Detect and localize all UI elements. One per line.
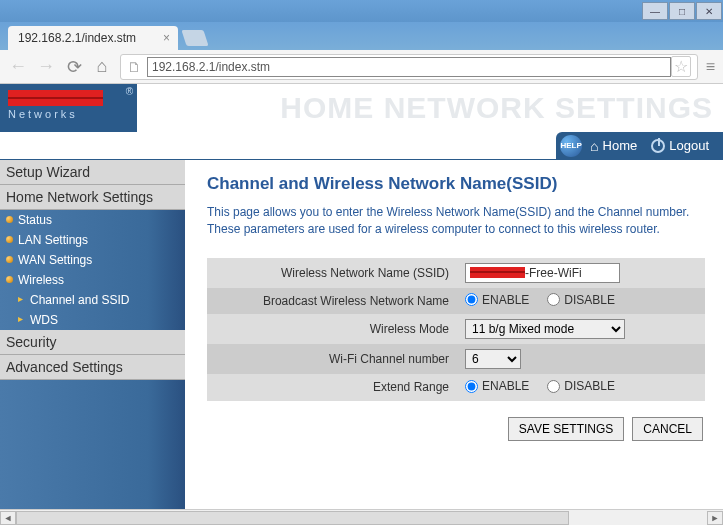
window-close-button[interactable]: ✕	[696, 2, 722, 20]
browser-menu-icon[interactable]: ≡	[706, 58, 715, 76]
broadcast-enable-radio[interactable]	[465, 293, 478, 306]
window-maximize-button[interactable]: □	[669, 2, 695, 20]
trademark-symbol: ®	[126, 86, 133, 97]
page-banner: ® Networks HOME NETWORK SETTINGS	[0, 84, 723, 132]
ssid-input[interactable]	[465, 263, 620, 283]
wireless-mode-select[interactable]: 11 b/g Mixed mode	[465, 319, 625, 339]
banner-title: HOME NETWORK SETTINGS	[137, 84, 723, 132]
page-description: This page allows you to enter the Wirele…	[207, 204, 705, 238]
broadcast-enable-option[interactable]: ENABLE	[465, 293, 529, 307]
sidebar-home-network[interactable]: Home Network Settings	[0, 185, 185, 210]
extend-enable-radio[interactable]	[465, 380, 478, 393]
sidebar-item-wireless[interactable]: Wireless	[0, 270, 185, 290]
sidebar-sub-wds[interactable]: WDS	[0, 310, 185, 330]
extend-disable-option[interactable]: DISABLE	[547, 379, 615, 393]
broadcast-disable-option[interactable]: DISABLE	[547, 293, 615, 307]
label-extend: Extend Range	[207, 374, 457, 401]
scroll-left-arrow[interactable]: ◄	[0, 511, 16, 525]
browser-toolbar: ← → ⟳ ⌂ 🗋 ☆ ≡	[0, 50, 723, 84]
banner-title-text: HOME NETWORK SETTINGS	[280, 91, 713, 125]
label-ssid: Wireless Network Name (SSID)	[207, 258, 457, 288]
new-tab-button[interactable]	[181, 30, 208, 46]
sidebar-item-lan[interactable]: LAN Settings	[0, 230, 185, 250]
page-content: ® Networks HOME NETWORK SETTINGS HELP ⌂ …	[0, 84, 723, 525]
back-icon[interactable]: ←	[8, 56, 28, 77]
bookmark-star-icon[interactable]: ☆	[671, 56, 691, 77]
scroll-right-arrow[interactable]: ►	[707, 511, 723, 525]
sidebar-advanced[interactable]: Advanced Settings	[0, 355, 185, 380]
house-icon: ⌂	[590, 138, 598, 154]
label-channel: Wi-Fi Channel number	[207, 344, 457, 374]
address-bar[interactable]: 🗋 ☆	[120, 54, 698, 80]
settings-form: Wireless Network Name (SSID) -Free-WiFi …	[207, 258, 705, 401]
cancel-button[interactable]: CANCEL	[632, 417, 703, 441]
top-nav: HELP ⌂ Home Logout	[0, 132, 723, 160]
nav-logout-label: Logout	[669, 138, 709, 153]
browser-tab[interactable]: 192.168.2.1/index.stm ×	[8, 26, 178, 50]
channel-select[interactable]: 6	[465, 349, 521, 369]
extend-enable-option[interactable]: ENABLE	[465, 379, 529, 393]
extend-disable-radio[interactable]	[547, 380, 560, 393]
page-heading: Channel and Wireless Network Name(SSID)	[207, 174, 705, 194]
sidebar: Setup Wizard Home Network Settings Statu…	[0, 160, 185, 520]
browser-tab-strip: 192.168.2.1/index.stm ×	[0, 22, 723, 50]
sidebar-sub-channel-ssid[interactable]: Channel and SSID	[0, 290, 185, 310]
tab-title: 192.168.2.1/index.stm	[18, 31, 136, 45]
forward-icon[interactable]: →	[36, 56, 56, 77]
horizontal-scrollbar[interactable]: ◄ ►	[0, 509, 723, 525]
save-settings-button[interactable]: SAVE SETTINGS	[508, 417, 624, 441]
scroll-track[interactable]	[16, 511, 707, 525]
brand-subtitle: Networks	[8, 108, 129, 120]
scroll-thumb[interactable]	[16, 511, 569, 525]
button-row: SAVE SETTINGS CANCEL	[207, 417, 705, 441]
brand-redacted	[8, 90, 103, 106]
help-icon[interactable]: HELP	[560, 135, 582, 157]
nav-logout-link[interactable]: Logout	[645, 138, 715, 153]
label-mode: Wireless Mode	[207, 314, 457, 344]
reload-icon[interactable]: ⟳	[64, 56, 84, 78]
window-minimize-button[interactable]: —	[642, 2, 668, 20]
url-input[interactable]	[147, 57, 671, 77]
brand-logo: ® Networks	[0, 84, 137, 132]
main-content: Channel and Wireless Network Name(SSID) …	[185, 160, 723, 520]
broadcast-disable-radio[interactable]	[547, 293, 560, 306]
sidebar-item-status[interactable]: Status	[0, 210, 185, 230]
page-icon: 🗋	[127, 59, 141, 75]
sidebar-item-wan[interactable]: WAN Settings	[0, 250, 185, 270]
close-tab-icon[interactable]: ×	[163, 31, 170, 45]
power-icon	[651, 139, 665, 153]
home-icon[interactable]: ⌂	[92, 56, 112, 77]
label-broadcast: Broadcast Wireless Network Name	[207, 288, 457, 315]
sidebar-security[interactable]: Security	[0, 330, 185, 355]
sidebar-setup-wizard[interactable]: Setup Wizard	[0, 160, 185, 185]
nav-home-label: Home	[603, 138, 638, 153]
nav-home-link[interactable]: ⌂ Home	[584, 138, 643, 154]
